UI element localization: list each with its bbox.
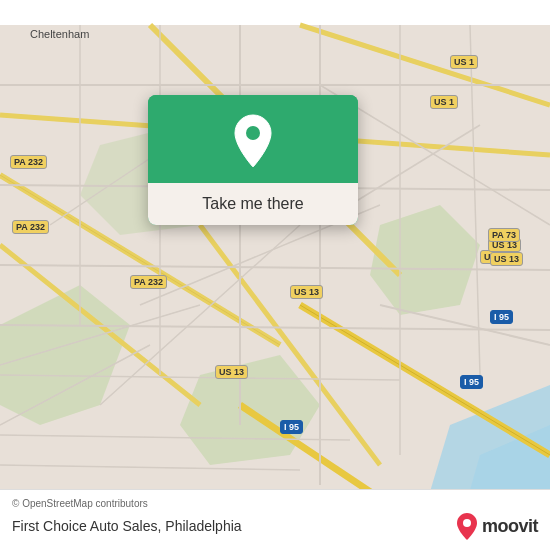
us1-badge-2: US 1: [430, 95, 458, 109]
i95-badge-2: I 95: [460, 375, 483, 389]
map-container: Cheltenham US 1 US 1 PA 232 PA 232 PA 23…: [0, 0, 550, 550]
pa73-badge: PA 73: [488, 228, 520, 242]
svg-point-39: [463, 519, 471, 527]
i95-badge-3: I 95: [280, 420, 303, 434]
pa232-badge-1: PA 232: [10, 155, 47, 169]
copyright-text: © OpenStreetMap contributors: [12, 498, 538, 509]
pa232-badge-3: PA 232: [130, 275, 167, 289]
cheltenham-label: Cheltenham: [30, 28, 89, 40]
moovit-text: moovit: [482, 516, 538, 537]
popup-card: Take me there: [148, 95, 358, 225]
location-pin-icon: [229, 113, 277, 169]
take-me-there-button[interactable]: Take me there: [148, 183, 358, 225]
bottom-content: First Choice Auto Sales, Philadelphia mo…: [12, 512, 538, 540]
location-name: First Choice Auto Sales, Philadelphia: [12, 518, 242, 534]
moovit-logo: moovit: [456, 512, 538, 540]
us13-r: US 13: [490, 252, 523, 266]
moovit-pin-icon: [456, 512, 478, 540]
us13-badge-1: US 13: [290, 285, 323, 299]
pa232-badge-2: PA 232: [12, 220, 49, 234]
popup-icon-area: [148, 95, 358, 183]
i95-badge-1: I 95: [490, 310, 513, 324]
bottom-bar: © OpenStreetMap contributors First Choic…: [0, 489, 550, 550]
us1-badge-1: US 1: [450, 55, 478, 69]
us13-badge-2: US 13: [215, 365, 248, 379]
svg-point-38: [246, 126, 260, 140]
